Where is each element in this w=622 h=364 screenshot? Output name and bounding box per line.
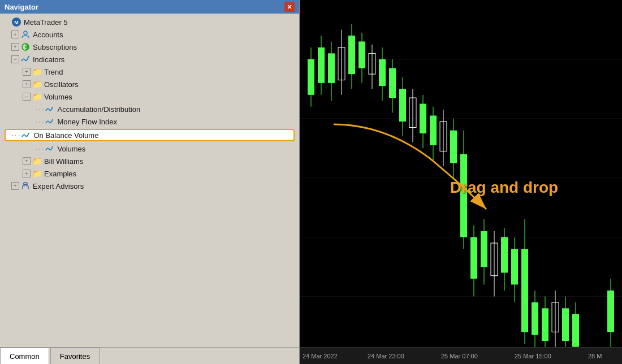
subscriptions-label: Subscriptions <box>33 43 77 51</box>
trend-label: Trend <box>44 68 63 76</box>
tree-connector-2: ··· <box>34 118 44 126</box>
tab-common-label: Common <box>10 352 40 361</box>
svg-rect-28 <box>389 68 396 98</box>
expand-examples-icon[interactable]: + <box>23 170 31 177</box>
tab-favorites-label: Favorites <box>60 352 90 361</box>
svg-rect-62 <box>562 308 569 341</box>
svg-rect-54 <box>521 249 528 332</box>
expert-advisors-icon <box>20 181 31 191</box>
subscriptions-icon <box>20 42 31 52</box>
accum-dist-label: Accumulation/Distribution <box>57 105 140 114</box>
time-label-2: 24 Mar 23:00 <box>368 353 404 359</box>
sidebar-item-examples[interactable]: + 📁 Examples <box>0 167 299 180</box>
svg-rect-52 <box>511 249 518 285</box>
bill-williams-folder-icon: 📁 <box>32 156 42 166</box>
tree-root[interactable]: M MetaTrader 5 <box>0 16 299 28</box>
accounts-label: Accounts <box>33 31 63 39</box>
close-button[interactable]: × <box>284 2 295 12</box>
svg-rect-36 <box>430 116 437 145</box>
tree-connector-4: ··· <box>34 145 44 153</box>
indicators-icon <box>20 54 31 64</box>
time-label-3: 25 Mar 07:00 <box>441 353 478 359</box>
navigator-title: Navigator <box>5 3 38 11</box>
sidebar-item-indicators[interactable]: − Indicators <box>0 53 299 66</box>
chart-time-axis: 24 Mar 2022 24 Mar 23:00 25 Mar 07:00 25… <box>300 347 622 364</box>
svg-text:M: M <box>14 20 19 25</box>
chart-area: Drag and drop 24 Mar 2022 24 Mar 23:00 2… <box>300 0 622 364</box>
svg-rect-20 <box>348 36 355 74</box>
list-item-money-flow[interactable]: ··· Money Flow Index <box>0 115 299 128</box>
svg-rect-40 <box>450 131 457 163</box>
volumes-indicator-label: Volumes <box>57 145 85 153</box>
money-flow-label: Money Flow Index <box>57 118 117 126</box>
svg-rect-4 <box>24 183 27 185</box>
on-balance-volume-label: On Balance Volume <box>33 131 98 140</box>
navigator-tabs: Common Favorites <box>0 347 299 364</box>
sidebar-item-expert-advisors[interactable]: + Expert Advisors <box>0 180 299 192</box>
sidebar-item-bill-williams[interactable]: + 📁 Bill Williams <box>0 155 299 167</box>
list-item-accumulation[interactable]: ··· Accumulation/Distribution <box>0 103 299 115</box>
svg-point-2 <box>24 31 27 34</box>
tree-connector-1: ··· <box>34 105 44 114</box>
expand-expert-icon[interactable]: + <box>11 182 19 190</box>
tab-common[interactable]: Common <box>0 348 49 364</box>
svg-rect-44 <box>470 237 477 279</box>
sidebar-item-accounts[interactable]: + Accounts <box>0 28 299 41</box>
oscillators-label: Oscillators <box>44 80 79 89</box>
expert-advisors-label: Expert Advisors <box>33 182 84 190</box>
volumes-folder-label: Volumes <box>44 93 72 101</box>
svg-rect-12 <box>308 59 314 95</box>
svg-rect-50 <box>501 237 508 273</box>
navigator-tree[interactable]: M MetaTrader 5 + Accounts + <box>0 14 299 347</box>
svg-rect-58 <box>542 308 548 341</box>
svg-rect-14 <box>318 47 325 83</box>
sidebar-item-oscillators[interactable]: + 📁 Oscillators <box>0 78 299 90</box>
candlestick-chart <box>300 0 622 364</box>
svg-rect-30 <box>399 89 406 122</box>
expand-indicators-icon[interactable]: − <box>11 55 19 63</box>
list-item-on-balance-volume[interactable]: ··· On Balance Volume <box>5 129 295 141</box>
mt-logo-icon: M <box>11 17 21 27</box>
sidebar-item-subscriptions[interactable]: + Subscriptions <box>0 41 299 53</box>
tab-favorites[interactable]: Favorites <box>50 348 100 364</box>
examples-label: Examples <box>44 170 76 178</box>
svg-rect-42 <box>460 154 467 237</box>
expand-volumes-icon[interactable]: − <box>23 93 31 101</box>
svg-rect-66 <box>607 291 614 332</box>
svg-rect-22 <box>358 41 365 68</box>
svg-rect-64 <box>572 314 579 347</box>
on-balance-volume-icon <box>21 130 31 140</box>
trend-folder-icon: 📁 <box>32 67 42 77</box>
expand-subscriptions-icon[interactable]: + <box>11 43 19 51</box>
svg-rect-16 <box>328 53 335 83</box>
oscillators-folder-icon: 📁 <box>32 79 42 89</box>
expand-trend-icon[interactable]: + <box>23 68 31 76</box>
root-label: MetaTrader 5 <box>24 18 68 27</box>
svg-rect-34 <box>420 104 426 133</box>
svg-rect-46 <box>481 231 487 267</box>
indicators-label: Indicators <box>33 55 64 64</box>
navigator-titlebar: Navigator × <box>0 0 299 14</box>
sidebar-item-trend[interactable]: + 📁 Trend <box>0 66 299 78</box>
volumes-folder-icon: 📁 <box>32 92 42 102</box>
sidebar-item-volumes-folder[interactable]: − 📁 Volumes <box>0 90 299 103</box>
time-label-5: 28 M <box>588 353 602 359</box>
accum-dist-icon <box>45 104 55 114</box>
time-label-4: 25 Mar 15:00 <box>515 353 551 359</box>
examples-folder-icon: 📁 <box>32 168 42 179</box>
volumes-indicator-icon <box>45 144 55 154</box>
bill-williams-label: Bill Williams <box>44 157 83 166</box>
navigator-panel: Navigator × M MetaTrader 5 + <box>0 0 300 364</box>
list-item-volumes-indicator[interactable]: ··· Volumes <box>0 142 299 155</box>
expand-accounts-icon[interactable]: + <box>11 31 19 38</box>
money-flow-icon <box>45 116 55 127</box>
svg-rect-56 <box>532 302 538 335</box>
expand-bill-williams-icon[interactable]: + <box>23 157 31 165</box>
svg-rect-26 <box>379 59 386 86</box>
time-label-1: 24 Mar 2022 <box>303 353 338 359</box>
tree-connector-3: ··· <box>10 131 20 140</box>
expand-oscillators-icon[interactable]: + <box>23 80 31 88</box>
accounts-icon <box>20 29 31 40</box>
